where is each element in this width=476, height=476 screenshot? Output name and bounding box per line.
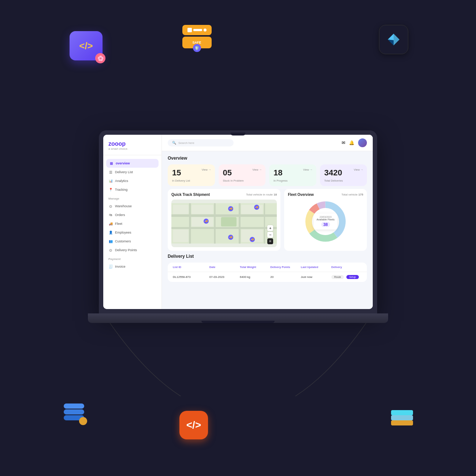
bell-icon[interactable]: 🔔 [349,140,354,145]
stat-label-1: In Delivery List [172,179,211,182]
tooltip-available-label: Available Fleets [316,218,334,221]
stat-card-delivery-list: View → 15 In Delivery List [168,164,215,186]
safe-icon-top-center: SAFE 🛡️ [179,22,214,51]
logo-tagline: a smart choice. [108,147,156,150]
svg-rect-15 [173,205,188,214]
invoice-icon: 🧾 [108,264,113,269]
overview-icon: ⊞ [109,161,114,166]
sidebar-item-overview[interactable]: ⊞ overview [106,159,159,168]
nav-section: ⊞ overview ☰ Delivery List 📊 Analytics 📍… [103,155,161,194]
flutter-icon-top-right [379,25,408,54]
map-total-vehicles: Total vehicle in route 18 [246,193,277,196]
delivery-section: Delivery List List ID Date Total Weight … [162,254,373,286]
col-list-id: List ID [173,265,209,269]
warehouse-icon: ⊙ [108,204,113,208]
search-box[interactable]: 🔍 Search here [168,139,234,146]
logo-area: zooop a smart choice. [103,141,161,155]
laptop-notch [231,133,245,135]
donut-tooltip: 23/03/2023 Available Fleets 38 [313,213,337,230]
delivery-list-title: Delivery List [168,254,367,259]
sidebar-item-label-delivery-points: Delivery Points [115,248,137,252]
truck-dot-3: 🚚 [204,219,209,224]
header: 🔍 Search here ✉ 🔔 [162,135,373,151]
laptop-base [88,313,388,323]
sidebar-item-label-employees: Employees [115,231,131,234]
svg-marker-1 [388,34,394,40]
fleet-card: Fleet Overview Total vehicle 175 [284,189,367,251]
manage-nav: ⊙ Warehouse 🛍 Orders 🚚 Fleet 👤 Employees [103,202,161,254]
laptop-screen: zooop a smart choice. ⊞ overview ☰ Deliv… [99,130,377,313]
laptop-screen-inner: zooop a smart choice. ⊞ overview ☰ Deliv… [103,135,373,309]
stat-label-2: Stuck In Problem [223,179,261,182]
sidebar-item-delivery-points[interactable]: ⊙ Delivery Points [103,246,161,254]
donut-container: 23/03/2023 Available Fleets 38 [304,200,347,243]
tooltip-date: 23/03/2023 [316,216,334,218]
stat-view-link-2[interactable]: View → [252,168,262,171]
payment-nav: 🧾 Invoice [103,262,161,271]
stat-label-3: In Progress [274,179,312,182]
header-icons: ✉ 🔔 [342,138,367,147]
sidebar-item-label-orders: Orders [115,213,125,217]
laptop: zooop a smart choice. ⊞ overview ☰ Deliv… [88,130,388,323]
sidebar-item-label-overview: overview [116,161,130,165]
payment-section-label: Payment [103,254,161,262]
sidebar-item-analytics[interactable]: 📊 Analytics [103,176,161,185]
setup-badge[interactable]: Setup [346,275,359,279]
fleet-total-vehicles: Total vehicle 175 [341,193,363,196]
truck-dot-1: 🚚 [228,206,233,211]
sidebar-item-employees[interactable]: 👤 Employees [103,228,161,237]
col-date: Date [209,265,240,269]
search-placeholder: Search here [178,141,194,145]
svg-rect-12 [191,217,213,226]
stat-view-link-3[interactable]: View → [303,168,313,171]
sidebar-item-label-customers: Customers [115,239,131,243]
avatar[interactable] [358,138,367,147]
sidebar-item-label-fleet: Fleet [115,222,122,226]
stat-card-total: View → 3420 Total Deliveries [320,164,367,186]
cell-date: 07-03-2023 [209,275,240,279]
stat-label-4: Total Deliveries [324,179,363,182]
truck-dot-4: 🚚 [228,235,233,240]
stat-view-link-1[interactable]: View → [202,168,211,171]
code-icon-bottom-center: </> [179,411,208,439]
cell-weight: 6400 kg [240,275,270,279]
cell-delivery-actions: Route Setup [331,275,362,279]
stat-card-progress: View → 18 In Progress [269,164,316,186]
sidebar-item-label-analytics: Analytics [115,179,128,183]
delivery-list-icon: ☰ [108,170,113,174]
fleet-card-title: Fleet Overview [288,193,314,197]
sidebar-item-tracking[interactable]: 📍 Tracking [103,185,161,194]
tooltip-available-count: 38 [321,222,330,227]
main-content: 🔍 Search here ✉ 🔔 Overview View → [162,135,373,309]
sidebar-item-label-invoice: Invoice [115,265,126,268]
map-card: Quick Track Shipment Total vehicle in ro… [168,189,280,251]
svg-marker-0 [394,34,399,45]
sidebar-item-delivery-list[interactable]: ☰ Delivery List [103,168,161,176]
sidebar-item-orders[interactable]: 🛍 Orders [103,211,161,219]
layers-icon-bottom-right [387,405,417,434]
sidebar-item-invoice[interactable]: 🧾 Invoice [103,262,161,271]
stat-card-stuck: View → 05 Stuck In Problem [219,164,266,186]
cell-list-id: DL12558-873 [173,275,209,279]
sidebar-item-label-tracking: Tracking [115,188,127,191]
sidebar-item-fleet[interactable]: 🚚 Fleet [103,219,161,228]
logo-text: zooop [108,141,156,147]
stat-view-link-4[interactable]: View → [354,168,363,171]
search-icon: 🔍 [172,141,176,145]
map-area: 🚚 🚚 🚚 🚚 🚚 + − ⊞ [171,200,277,247]
analytics-icon: 📊 [108,179,113,183]
route-badge[interactable]: Route [331,275,344,279]
col-last-updated: Last Updated [301,265,331,269]
fleet-card-header: Fleet Overview Total vehicle 175 [288,193,363,197]
svg-rect-10 [221,217,237,226]
sidebar-item-warehouse[interactable]: ⊙ Warehouse [103,202,161,211]
customers-icon: 👥 [108,239,113,243]
svg-rect-11 [191,205,213,214]
svg-rect-13 [241,205,263,214]
code-icon-top-left: </> 🌸 [70,31,103,60]
map-zoom-controls[interactable]: + − ⊞ [267,225,273,244]
orders-icon: 🛍 [108,213,113,217]
manage-section-label: Manage [103,194,161,202]
sidebar-item-customers[interactable]: 👥 Customers [103,237,161,246]
mail-icon[interactable]: ✉ [342,140,345,145]
